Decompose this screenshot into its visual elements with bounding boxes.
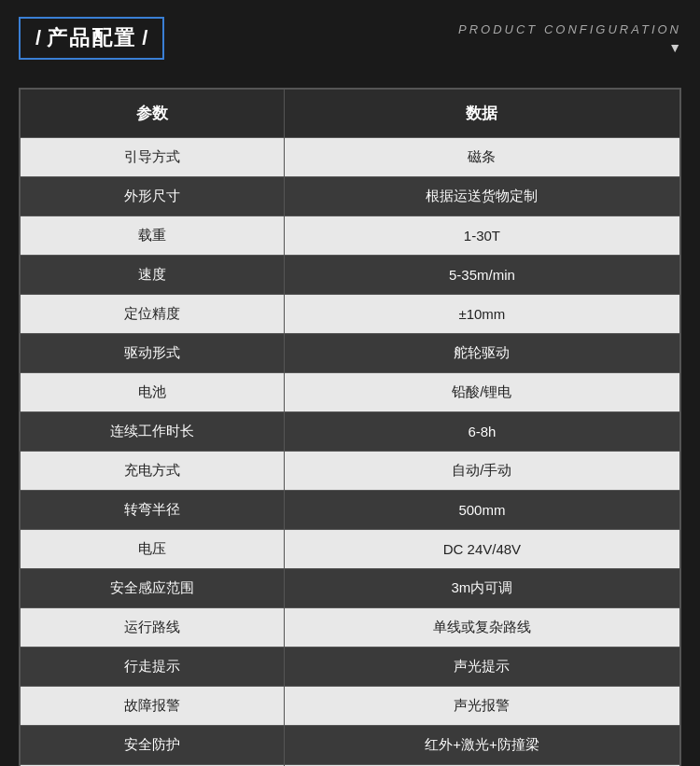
data-cell: 6-8h	[284, 412, 679, 452]
data-cell: 根据运送货物定制	[284, 177, 679, 216]
data-cell: 单线或复杂路线	[284, 608, 679, 648]
data-cell: 3m内可调	[284, 569, 679, 608]
col-data-header: 数据	[284, 90, 679, 138]
table-row: 转弯半径500mm	[21, 491, 680, 530]
table-row: 电压DC 24V/48V	[21, 530, 680, 569]
table-row: 载重1-30T	[21, 216, 680, 256]
param-cell: 运行路线	[21, 608, 285, 648]
product-config-label: PRODUCT CONFIGURATION	[458, 22, 681, 36]
param-cell: 速度	[21, 256, 285, 295]
param-cell: 引导方式	[21, 138, 285, 177]
product-config-table: 参数 数据 引导方式磁条外形尺寸根据运送货物定制载重1-30T速度5-35m/m…	[20, 89, 680, 766]
table-row: 运行路线单线或复杂路线	[21, 608, 680, 648]
table-row: 连续工作时长6-8h	[21, 412, 680, 452]
param-cell: 充电方式	[21, 452, 285, 491]
table-container: 参数 数据 引导方式磁条外形尺寸根据运送货物定制载重1-30T速度5-35m/m…	[19, 88, 681, 766]
param-cell: 电池	[21, 373, 285, 412]
table-row: 行走提示声光提示	[21, 648, 680, 687]
header-section: / 产品配置 / PRODUCT CONFIGURATION ▼	[0, 0, 700, 69]
data-cell: 声光报警	[284, 687, 679, 726]
param-cell: 故障报警	[21, 687, 285, 726]
data-cell: 红外+激光+防撞梁	[284, 726, 679, 765]
data-cell: 铅酸/锂电	[284, 373, 679, 412]
param-cell: 外形尺寸	[21, 177, 285, 216]
param-cell: 安全防护	[21, 726, 285, 765]
dropdown-arrow-icon[interactable]: ▼	[668, 40, 681, 55]
param-cell: 行走提示	[21, 648, 285, 687]
param-cell: 电压	[21, 530, 285, 569]
data-cell: 磁条	[284, 138, 679, 177]
param-cell: 安全感应范围	[21, 569, 285, 608]
data-cell: 声光提示	[284, 648, 679, 687]
title-slash-right: /	[142, 26, 147, 50]
param-cell: 连续工作时长	[21, 412, 285, 452]
page-title: 产品配置	[47, 24, 136, 52]
table-row: 外形尺寸根据运送货物定制	[21, 177, 680, 216]
title-slash-left: /	[35, 26, 41, 50]
data-cell: ±10mm	[284, 295, 679, 334]
data-cell: 舵轮驱动	[284, 334, 679, 373]
table-header-row: 参数 数据	[21, 90, 680, 138]
page-container: / 产品配置 / PRODUCT CONFIGURATION ▼ 参数 数据 引…	[0, 0, 700, 766]
param-cell: 定位精度	[21, 295, 285, 334]
table-row: 速度5-35m/min	[21, 256, 680, 295]
table-row: 充电方式自动/手动	[21, 452, 680, 491]
param-cell: 转弯半径	[21, 491, 285, 530]
table-row: 引导方式磁条	[21, 138, 680, 177]
table-row: 驱动形式舵轮驱动	[21, 334, 680, 373]
data-cell: 5-35m/min	[284, 256, 679, 295]
data-cell: DC 24V/48V	[284, 530, 679, 569]
table-row: 定位精度±10mm	[21, 295, 680, 334]
data-cell: 500mm	[284, 491, 679, 530]
data-cell: 自动/手动	[284, 452, 679, 491]
table-row: 安全防护红外+激光+防撞梁	[21, 726, 680, 765]
table-row: 安全感应范围3m内可调	[21, 569, 680, 608]
param-cell: 载重	[21, 216, 285, 256]
header-right: PRODUCT CONFIGURATION ▼	[458, 22, 681, 55]
data-cell: 1-30T	[284, 216, 679, 256]
col-param-header: 参数	[21, 90, 285, 138]
table-row: 故障报警声光报警	[21, 687, 680, 726]
title-block: / 产品配置 /	[19, 17, 164, 60]
param-cell: 驱动形式	[21, 334, 285, 373]
table-row: 电池铅酸/锂电	[21, 373, 680, 412]
